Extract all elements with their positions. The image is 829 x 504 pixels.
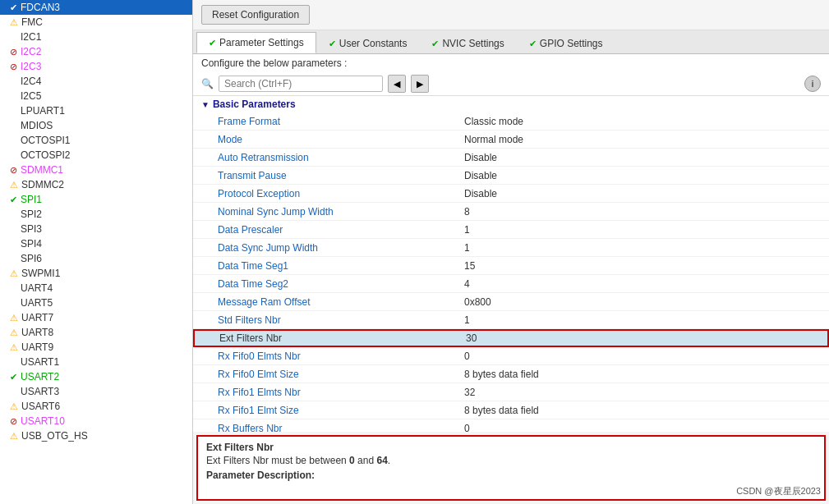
param-name: Data Time Seg2 [218,278,464,290]
param-name: Mode [218,134,464,145]
sidebar-item-spi3[interactable]: ✔SPI3 [0,222,192,236]
sidebar-item-lpuart1[interactable]: ✔LPUART1 [0,103,192,118]
search-input[interactable] [219,76,383,92]
tab-gpio-settings[interactable]: ✔GPIO Settings [517,33,615,53]
sidebar-item-octospi2[interactable]: ✔OCTOSPI2 [0,148,192,163]
sidebar-item-i2c1[interactable]: ✔I2C1 [0,30,192,44]
warn-icon: ⚠ [10,180,18,190]
sidebar-item-label: FMC [21,16,43,28]
sidebar-item-usart2[interactable]: ✔USART2 [0,369,192,384]
sidebar-item-label: FDCAN3 [21,2,60,13]
param-name: Nominal Sync Jump Width [218,206,464,218]
sidebar-item-spi1[interactable]: ✔SPI1 [0,192,192,207]
sidebar-item-label: SDMMC1 [21,164,63,176]
sidebar-item-label: OCTOSPI1 [21,135,70,146]
tab-check-icon: ✔ [431,39,439,49]
error-icon: ⊘ [10,165,17,175]
check-icon: ✔ [10,2,17,12]
table-row: Protocol ExceptionDisable [193,185,829,203]
configure-label: Configure the below parameters : [193,54,829,72]
sidebar-item-label: SWPMI1 [21,268,60,279]
sidebar-item-usart1[interactable]: ✔USART1 [0,355,192,369]
sidebar-item-octospi1[interactable]: ✔OCTOSPI1 [0,133,192,148]
tab-label: User Constants [339,38,408,49]
param-value: Disable [464,170,821,181]
sidebar-item-i2c4[interactable]: ✔I2C4 [0,74,192,89]
param-name: Rx Fifo0 Elmt Size [218,369,464,380]
tab-nvic-settings[interactable]: ✔NVIC Settings [419,33,516,53]
table-row: Rx Fifo1 Elmt Size8 bytes data field [193,401,829,419]
table-row: Data Sync Jump Width1 [193,239,829,257]
sidebar-item-label: USART10 [21,415,65,427]
table-row[interactable]: Ext Filters Nbr30 [193,329,829,347]
param-value: Disable [464,152,821,163]
desc-bold1: 0 [349,455,355,466]
error-icon: ⊘ [10,47,17,57]
sidebar-item-i2c5[interactable]: ✔I2C5 [0,89,192,103]
param-name: Rx Fifo1 Elmt Size [218,405,464,416]
param-value: 0x800 [464,296,821,308]
table-row: Std Filters Nbr1 [193,311,829,329]
sidebar-item-fdcan3[interactable]: ✔FDCAN3 [0,0,192,15]
sidebar-item-swpmi1[interactable]: ⚠SWPMI1 [0,266,192,281]
warn-icon: ⚠ [10,17,18,27]
sidebar-item-sdmmc2[interactable]: ⚠SDMMC2 [0,177,192,192]
sidebar-item-label: SPI1 [21,194,42,205]
tab-user-constants[interactable]: ✔User Constants [316,33,420,53]
prev-search-button[interactable]: ◀ [388,75,406,93]
sidebar-item-i2c2[interactable]: ⊘I2C2 [0,44,192,59]
param-name: Data Sync Jump Width [218,242,464,254]
tab-check-icon: ✔ [209,38,216,48]
sidebar-item-label: LPUART1 [21,105,65,117]
sidebar-item-spi2[interactable]: ✔SPI2 [0,207,192,222]
info-button[interactable]: i [804,76,821,92]
toolbar: Reset Configuration [193,0,829,30]
basic-parameters-section[interactable]: ▼ Basic Parameters [193,96,829,112]
table-row: Data Time Seg24 [193,275,829,293]
param-name: Protocol Exception [218,188,464,199]
desc-period: . [388,455,390,466]
sidebar-item-i2c3[interactable]: ⊘I2C3 [0,59,192,74]
tab-label: GPIO Settings [540,38,603,49]
error-icon: ⊘ [10,62,17,71]
sidebar-item-label: UART8 [21,327,53,338]
sidebar-item-sdmmc1[interactable]: ⊘SDMMC1 [0,163,192,177]
param-value: 30 [466,332,819,344]
param-name: Auto Retransmission [218,152,464,163]
param-name: Frame Format [218,116,464,127]
sidebar-item-usart10[interactable]: ⊘USART10 [0,414,192,428]
sidebar-item-mdios[interactable]: ✔MDIOS [0,118,192,133]
table-row: Rx Fifo1 Elmts Nbr32 [193,383,829,401]
param-value: 1 [464,314,821,326]
param-name: Data Prescaler [218,224,464,236]
param-name: Message Ram Offset [218,296,464,308]
param-value: 1 [464,242,821,254]
param-name: Data Time Seg1 [218,260,464,272]
warn-icon: ⚠ [10,313,18,323]
reset-configuration-button[interactable]: Reset Configuration [201,5,310,25]
desc-text: Ext Filters Nbr must be between 0 and 64… [206,455,816,466]
sidebar-item-spi4[interactable]: ✔SPI4 [0,236,192,251]
sidebar-item-usart6[interactable]: ⚠USART6 [0,399,192,414]
sidebar-item-fmc[interactable]: ⚠FMC [0,15,192,30]
sidebar-item-label: USB_OTG_HS [21,430,88,442]
tab-parameter-settings[interactable]: ✔Parameter Settings [196,32,316,53]
sidebar-item-uart4[interactable]: ✔UART4 [0,281,192,296]
section-arrow-icon: ▼ [201,100,210,109]
search-bar: 🔍 ◀ ▶ i [193,72,829,96]
sidebar-item-spi6[interactable]: ✔SPI6 [0,251,192,266]
table-row: Transmit PauseDisable [193,167,829,185]
sidebar-item-uart8[interactable]: ⚠UART8 [0,325,192,340]
next-search-button[interactable]: ▶ [411,75,429,93]
sidebar-item-uart7[interactable]: ⚠UART7 [0,310,192,325]
sidebar-item-uart9[interactable]: ⚠UART9 [0,340,192,355]
sidebar-item-label: OCTOSPI2 [21,149,70,161]
table-row: Nominal Sync Jump Width8 [193,203,829,221]
sidebar-item-usb_otg_hs[interactable]: ⚠USB_OTG_HS [0,428,192,443]
tabs-bar: ✔Parameter Settings✔User Constants✔NVIC … [193,30,829,54]
sidebar-item-label: I2C3 [21,61,41,72]
desc-param-label: Parameter Description: [206,470,816,481]
sidebar-item-usart3[interactable]: ✔USART3 [0,384,192,399]
sidebar-item-label: USART3 [21,386,59,397]
sidebar-item-uart5[interactable]: ✔UART5 [0,296,192,310]
